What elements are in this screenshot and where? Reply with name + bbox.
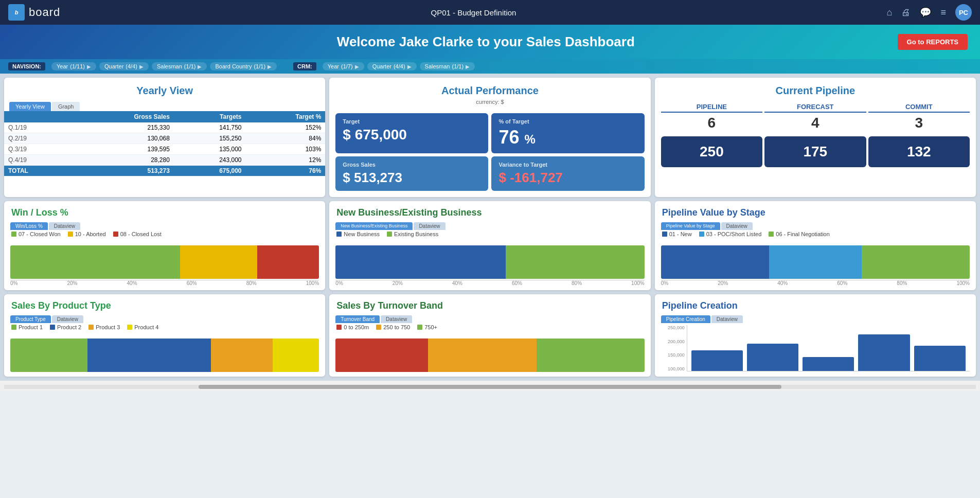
pipeline-col-label-1: FORECAST xyxy=(764,103,866,113)
quarter-filter[interactable]: Quarter (4/4) ▶ xyxy=(99,62,149,70)
scrollbar-thumb[interactable] xyxy=(199,385,781,389)
perf-grid: Target $ 675,000 % of Target 76 % Gross … xyxy=(329,109,650,197)
pipeline-value-tabs: Pipeline Value by Stage Dataview xyxy=(655,220,976,230)
pipeline-amount-2: 132 xyxy=(868,136,970,167)
legend-250-750: 250 to 750 xyxy=(376,324,410,330)
pipe-bar-1 xyxy=(691,350,743,371)
crm-year-arrow-icon: ▶ xyxy=(355,64,359,69)
new-biz-title: New Business/Existing Business xyxy=(329,201,650,220)
go-to-reports-button[interactable]: Go to REPORTS xyxy=(898,34,968,50)
chat-icon[interactable]: 💬 xyxy=(920,7,931,18)
page-title: QP01 - Budget Definition xyxy=(431,8,516,17)
salesman-filter[interactable]: Salesman (1/1) ▶ xyxy=(152,62,207,70)
year-filter[interactable]: Year (1/11) ▶ xyxy=(51,62,96,70)
product-seg-yellow xyxy=(273,339,319,372)
tab-new-biz-main[interactable]: New Business/Existing Business xyxy=(335,222,413,230)
pipeline-value-axis-labels: 0% 20% 40% 60% 80% 100% xyxy=(661,280,970,288)
sales-product-bar xyxy=(10,339,319,372)
crm-year-filter[interactable]: Year (1/7) ▶ xyxy=(323,62,364,70)
sales-product-title: Sales By Product Type xyxy=(4,294,325,313)
pipeline-count-1: 4 xyxy=(764,113,866,133)
pipeline-col-label-2: COMMIT xyxy=(868,103,970,113)
board-icon: b xyxy=(8,4,25,21)
target-label: Target xyxy=(343,118,481,124)
yearly-view-card: Yearly View Yearly View Graph Gross Sale… xyxy=(4,78,325,197)
pipeline-value-legend: 01 - New 03 - POC/Short Listed 06 - Fina… xyxy=(655,230,976,240)
salesman-arrow-icon: ▶ xyxy=(198,64,202,69)
product-seg-green xyxy=(10,339,87,372)
pipeline-count-2: 3 xyxy=(868,113,970,133)
legend-closed-won: 07 - Closed Won xyxy=(11,231,61,237)
tab-pipe-create-dataview[interactable]: Dataview xyxy=(711,315,743,323)
country-filter[interactable]: Board Country (1/1) ▶ xyxy=(210,62,277,70)
pipeline-value-title: Pipeline Value by Stage xyxy=(655,201,976,220)
pipeline-creation-bars xyxy=(687,325,970,371)
print-icon[interactable]: 🖨 xyxy=(901,7,911,18)
tab-win-loss-dataview[interactable]: Dataview xyxy=(49,222,80,230)
tab-pipe-val-dataview[interactable]: Dataview xyxy=(721,222,753,230)
tab-pipe-val-main[interactable]: Pipeline Value by Stage xyxy=(661,222,720,230)
tab-pipe-create-main[interactable]: Pipeline Creation xyxy=(661,315,710,323)
crm-label: CRM: xyxy=(293,62,316,70)
new-biz-seg-blue xyxy=(335,245,505,279)
pct-target-label: % of Target xyxy=(498,118,637,124)
variance-value: $ -161,727 xyxy=(498,170,637,186)
col-empty xyxy=(4,111,70,122)
legend-new: 01 - New xyxy=(662,231,692,237)
main-grid: Yearly View Yearly View Graph Gross Sale… xyxy=(0,74,980,381)
product3-dot xyxy=(88,325,94,330)
turnover-bar xyxy=(335,339,644,372)
legend-aborted: 10 - Aborted xyxy=(68,231,106,237)
legend-product2: Product 2 xyxy=(50,324,81,330)
win-loss-bar xyxy=(10,245,319,279)
menu-icon[interactable]: ≡ xyxy=(940,7,946,18)
tab-product-dataview[interactable]: Dataview xyxy=(52,315,83,323)
legend-poc: 03 - POC/Short Listed xyxy=(699,231,762,237)
tab-product-main[interactable]: Product Type xyxy=(10,315,51,323)
win-loss-legend: 07 - Closed Won 10 - Aborted 08 - Closed… xyxy=(4,230,325,240)
tab-turnover-dataview[interactable]: Dataview xyxy=(381,315,412,323)
navision-filters: Year (1/11) ▶ Quarter (4/4) ▶ Salesman (… xyxy=(51,62,277,70)
pipeline-col-pipeline: PIPELINE 6 xyxy=(661,103,762,133)
turnover-legend: 0 to 250m 250 to 750 750+ xyxy=(329,323,650,333)
legend-product4: Product 4 xyxy=(127,324,158,330)
top-nav: b board QP01 - Budget Definition ⌂ 🖨 💬 ≡… xyxy=(0,0,980,25)
pipe-val-seg-blue xyxy=(661,245,769,279)
scrollbar[interactable] xyxy=(4,385,976,389)
new-biz-bar xyxy=(335,245,644,279)
avatar[interactable]: PC xyxy=(955,4,972,21)
legend-750plus: 750+ xyxy=(417,324,437,330)
win-loss-seg-red xyxy=(257,245,319,279)
legend-final-neg: 06 - Final Negotiation xyxy=(769,231,830,237)
product4-dot xyxy=(127,325,132,330)
crm-salesman-arrow-icon: ▶ xyxy=(466,64,470,69)
win-loss-axis-labels: 0% 20% 40% 60% 80% 100% xyxy=(10,280,319,288)
poc-dot xyxy=(699,232,704,237)
col-target-pct: Target % xyxy=(246,111,326,122)
crm-quarter-filter[interactable]: Quarter (4/4) ▶ xyxy=(367,62,417,70)
0-250m-dot xyxy=(336,325,342,330)
home-icon[interactable]: ⌂ xyxy=(887,7,893,18)
table-row: Q.3/19 139,595 135,000 103% xyxy=(4,144,325,155)
table-total-row: TOTAL 513,273 675,000 76% xyxy=(4,166,325,176)
variance-box: Variance to Target $ -161,727 xyxy=(491,156,644,191)
crm-salesman-filter[interactable]: Salesman (1/1) ▶ xyxy=(420,62,475,70)
tab-win-loss-main[interactable]: Win/Loss % xyxy=(10,222,48,230)
col-targets: Targets xyxy=(174,111,246,122)
tab-new-biz-dataview[interactable]: Dataview xyxy=(414,222,445,230)
crm-quarter-arrow-icon: ▶ xyxy=(407,64,412,69)
pipe-val-seg-green xyxy=(862,245,970,279)
aborted-dot xyxy=(68,232,73,237)
legend-0-250m: 0 to 250m xyxy=(336,324,369,330)
sales-product-chart xyxy=(4,333,325,375)
tab-turnover-main[interactable]: Turnover Band xyxy=(335,315,380,323)
new-biz-legend: New Business Existing Business xyxy=(329,230,650,240)
year-arrow-icon: ▶ xyxy=(87,64,91,69)
table-row: Q.4/19 28,280 243,000 12% xyxy=(4,155,325,166)
win-loss-chart: 0% 20% 40% 60% 80% 100% xyxy=(4,240,325,290)
product2-dot xyxy=(50,325,55,330)
tab-graph[interactable]: Graph xyxy=(52,102,80,111)
tab-yearly-view[interactable]: Yearly View xyxy=(9,102,51,111)
pipe-val-seg-lightblue xyxy=(769,245,862,279)
welcome-title: Welcome Jake Clarke to your Sales Dashbo… xyxy=(74,34,898,50)
